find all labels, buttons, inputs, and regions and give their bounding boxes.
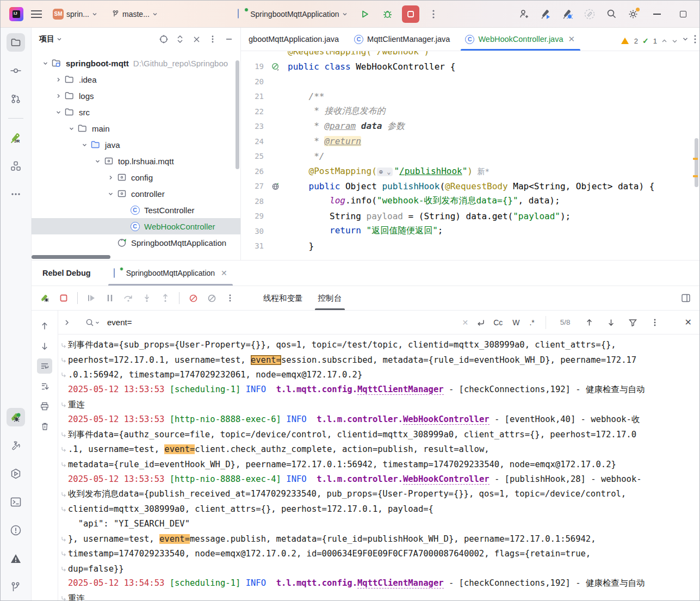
resume-icon[interactable] <box>83 290 100 306</box>
services-toolwindow-icon[interactable] <box>7 464 25 483</box>
terminal-toolwindow-icon[interactable] <box>7 493 25 511</box>
run-button[interactable] <box>356 5 374 23</box>
search-input[interactable]: event= <box>107 318 132 327</box>
debug-button[interactable] <box>379 5 397 23</box>
scroll-down-icon[interactable] <box>37 338 52 354</box>
editor-error-stripe[interactable] <box>692 51 699 260</box>
tree-chevron-icon[interactable] <box>52 109 64 115</box>
tree-chevron-icon[interactable] <box>104 191 116 197</box>
search-icon[interactable] <box>85 318 100 327</box>
words-toggle[interactable]: W <box>510 317 522 328</box>
branch-widget[interactable]: maste... <box>108 8 161 21</box>
tree-chevron-icon[interactable] <box>39 60 51 66</box>
clear-console-icon[interactable] <box>37 419 52 434</box>
tree-item-testcontroller[interactable]: CTestController <box>32 202 240 218</box>
search-everywhere-icon[interactable] <box>603 5 620 23</box>
hide-panel-icon[interactable] <box>222 32 236 46</box>
tree-chevron-icon[interactable] <box>91 158 103 164</box>
close-session-icon[interactable]: ✕ <box>219 269 227 277</box>
bean-gutter-icon[interactable] <box>267 63 283 71</box>
code-area[interactable]: @RequestMapping("/webhook")19public clas… <box>241 51 699 260</box>
expand-collapse-icon[interactable] <box>173 32 187 46</box>
commit-toolwindow-icon[interactable] <box>7 61 25 80</box>
scroll-to-end-icon[interactable] <box>37 379 52 394</box>
select-opened-file-icon[interactable] <box>157 32 171 46</box>
clear-search-icon[interactable]: ✕ <box>460 317 470 328</box>
debug-toolwindow-icon[interactable] <box>7 408 25 426</box>
pull-requests-toolwindow-icon[interactable] <box>7 90 25 108</box>
step-out-icon[interactable] <box>157 290 174 306</box>
inspection-widget[interactable]: 2 ✓1 <box>619 35 680 46</box>
git-toolwindow-icon[interactable] <box>7 578 25 596</box>
mute-breakpoints-icon[interactable] <box>203 290 220 306</box>
step-over-icon[interactable] <box>120 290 137 306</box>
next-match-icon[interactable] <box>603 314 620 331</box>
stop-button[interactable] <box>402 5 419 23</box>
tab-list-dropdown-icon[interactable] <box>682 36 689 42</box>
expand-search-icon[interactable] <box>64 319 70 326</box>
debug-tab-线程和变量[interactable]: 线程和变量 <box>256 286 311 310</box>
main-menu-icon[interactable] <box>31 10 42 18</box>
debug-session-tab[interactable]: SpringbootMqttApplication ✕ <box>108 261 233 286</box>
project-toolwindow-icon[interactable] <box>7 33 25 52</box>
stop-process-icon[interactable] <box>55 290 72 306</box>
panel-options-icon[interactable] <box>206 32 220 46</box>
tree-item-top-lrshuai-mqtt[interactable]: top.lrshuai.mqtt <box>32 153 240 169</box>
close-tab-icon[interactable]: ✕ <box>567 34 576 44</box>
jrebel-run-icon[interactable] <box>537 5 555 23</box>
scroll-up-icon[interactable] <box>37 318 52 333</box>
tree-horizontal-scrollbar[interactable] <box>32 255 110 259</box>
tree-chevron-icon[interactable] <box>78 142 90 148</box>
tree-item-main[interactable]: main <box>32 120 240 137</box>
debug-tab-控制台[interactable]: 控制台 <box>311 286 350 310</box>
collapse-all-icon[interactable] <box>189 32 203 46</box>
warnings-toolwindow-icon[interactable] <box>7 549 25 568</box>
more-actions-icon[interactable] <box>425 5 442 23</box>
code-with-me-icon[interactable] <box>516 5 533 23</box>
search-options-icon[interactable] <box>647 314 663 331</box>
view-breakpoints-icon[interactable] <box>185 290 201 306</box>
editor-tab-webhookcontroller-java[interactable]: CWebHookController.java✕ <box>457 28 584 51</box>
jrebel-toolwindow-icon[interactable]: JR <box>7 128 25 147</box>
tree-chevron-icon[interactable] <box>52 77 64 83</box>
project-panel-title[interactable]: 项目 <box>39 34 62 44</box>
tree-item-controller[interactable]: controller <box>32 185 240 202</box>
soft-wrap-icon[interactable] <box>37 358 52 374</box>
step-into-icon[interactable] <box>139 290 155 306</box>
run-configuration-widget[interactable]: SpringbootMqttApplication <box>234 7 350 21</box>
minimize-button[interactable] <box>646 4 668 24</box>
tree-chevron-icon[interactable] <box>65 126 77 132</box>
new-line-icon[interactable] <box>476 319 486 326</box>
maximize-button[interactable] <box>672 4 694 24</box>
jrebel-rerun-icon[interactable] <box>37 290 53 306</box>
console-output[interactable]: 到事件data={sub_props={User-Property={}}, q… <box>58 334 699 600</box>
deploy-disabled-icon[interactable] <box>581 5 598 23</box>
jrebel-debug-icon[interactable] <box>559 5 577 23</box>
problems-toolwindow-icon[interactable] <box>7 521 25 540</box>
tree-item-src[interactable]: src <box>32 104 240 120</box>
print-icon[interactable] <box>37 399 52 414</box>
settings-icon[interactable] <box>624 5 642 23</box>
tab-options-icon[interactable] <box>694 35 696 44</box>
tree-item-logs[interactable]: logs <box>32 88 240 104</box>
tree-vertical-scrollbar[interactable] <box>236 60 239 169</box>
globe-gutter-icon[interactable] <box>267 182 283 190</box>
close-search-icon[interactable]: ✕ <box>683 316 694 329</box>
match-case-toggle[interactable]: Cc <box>491 317 505 328</box>
editor-tab-gbootmqttapplication-java[interactable]: gbootMqttApplication.java <box>241 28 346 51</box>
build-toolwindow-icon[interactable] <box>7 436 25 455</box>
debug-more-icon[interactable] <box>222 290 238 306</box>
project-widget[interactable]: SM sprin... <box>49 7 101 22</box>
pause-icon[interactable] <box>102 290 118 306</box>
tree-item-webhookcontroller[interactable]: CWebHookController <box>32 218 240 234</box>
tree-chevron-icon[interactable] <box>104 175 116 181</box>
tree-chevron-icon[interactable] <box>52 93 64 99</box>
tree-item--idea[interactable]: .idea <box>32 71 240 88</box>
tree-item-java[interactable]: java <box>32 137 240 153</box>
layout-settings-icon[interactable] <box>678 290 694 306</box>
editor-tab-mqttclientmanager-java[interactable]: CMqttClientManager.java <box>346 28 457 51</box>
structure-toolwindow-icon[interactable] <box>7 157 25 175</box>
filter-icon[interactable] <box>625 314 641 331</box>
more-toolwindows-icon[interactable] <box>7 185 25 203</box>
tree-item-springboot-mqtt[interactable]: springboot-mqttD:\Github_repo\Springboo <box>32 55 240 71</box>
